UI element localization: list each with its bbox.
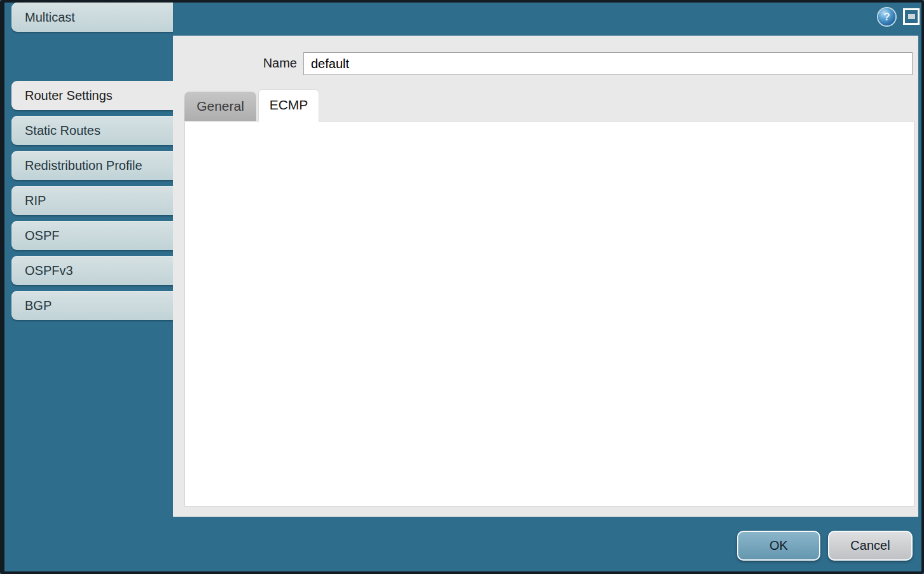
- sidebar-item-rip[interactable]: RIP: [11, 186, 173, 215]
- help-icon[interactable]: ?: [878, 8, 895, 25]
- sidebar-item-ospf[interactable]: OSPF: [11, 221, 173, 250]
- cancel-button[interactable]: Cancel: [828, 531, 913, 561]
- virtual-router-dialog: { "titlebar": { "title": "Virtual Router…: [0, 0, 924, 574]
- sidebar-item-bgp[interactable]: BGP: [11, 291, 173, 320]
- ecmp-tab-panel: [184, 121, 914, 507]
- sidebar-item-static-routes[interactable]: Static Routes: [11, 116, 173, 145]
- sidebar-item-redistribution-profile[interactable]: Redistribution Profile: [11, 151, 173, 180]
- name-label: Name: [233, 56, 297, 71]
- name-input[interactable]: [303, 52, 913, 75]
- ok-button[interactable]: OK: [737, 531, 820, 561]
- sidebar-item-multicast[interactable]: Multicast: [11, 3, 173, 32]
- tab-general[interactable]: General: [184, 92, 256, 121]
- tab-ecmp[interactable]: ECMP: [258, 89, 319, 122]
- window-restore-icon[interactable]: [903, 8, 920, 25]
- sidebar-item-router-settings[interactable]: Router Settings: [11, 81, 173, 110]
- sidebar-item-ospfv3[interactable]: OSPFv3: [11, 256, 173, 285]
